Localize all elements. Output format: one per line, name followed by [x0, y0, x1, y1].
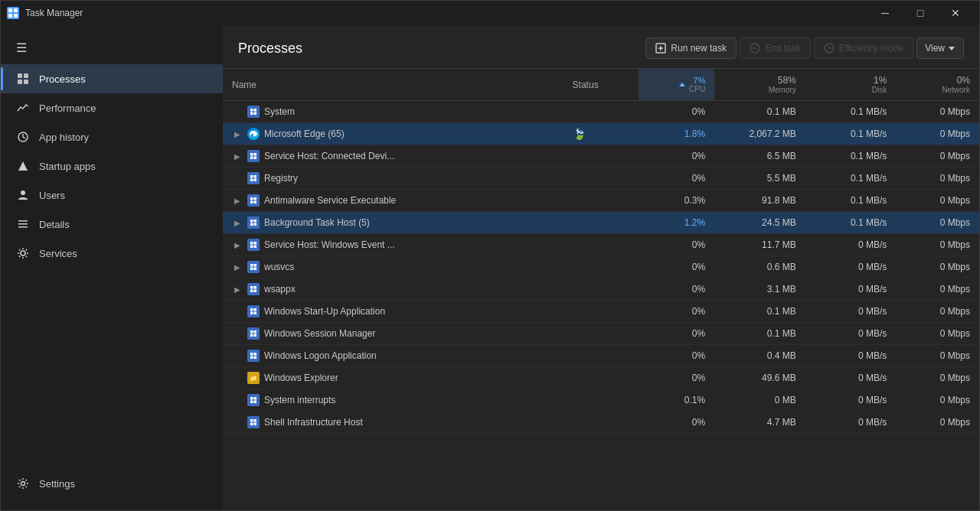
- col-header-name[interactable]: Name: [223, 69, 564, 101]
- table-row[interactable]: System interrupts0.1%0 MB0 MB/s0 Mbps: [223, 389, 979, 412]
- proc-network-cell: 0 Mbps: [896, 323, 979, 345]
- table-row[interactable]: ▶wusvcs0%0.6 MB0 MB/s0 Mbps: [223, 256, 979, 278]
- sidebar-item-users[interactable]: Users: [1, 181, 223, 210]
- explorer-icon: 📁: [247, 372, 260, 384]
- efficiency-mode-button[interactable]: Efficiency mode: [814, 37, 914, 59]
- proc-status-cell: [564, 101, 639, 123]
- proc-network-cell: 0 Mbps: [896, 101, 979, 123]
- sidebar-item-settings[interactable]: Settings: [1, 469, 223, 498]
- end-task-button[interactable]: End task: [740, 37, 811, 59]
- col-header-memory[interactable]: 58% Memory: [714, 69, 805, 101]
- table-row[interactable]: Windows Start-Up Application0%0.1 MB0 MB…: [223, 301, 979, 323]
- svg-rect-67: [250, 397, 253, 400]
- proc-network-cell: 0 Mbps: [896, 389, 979, 412]
- svg-rect-63: [250, 353, 253, 356]
- svg-rect-43: [250, 242, 253, 245]
- sidebar-item-performance[interactable]: Performance: [1, 93, 223, 122]
- window-controls: ─ □ ✕: [867, 1, 973, 25]
- minimize-button[interactable]: ─: [867, 1, 903, 25]
- svg-rect-24: [254, 109, 257, 112]
- expand-icon[interactable]: ▶: [232, 284, 243, 295]
- proc-disk-cell: 0 MB/s: [805, 389, 897, 412]
- maximize-button[interactable]: □: [903, 1, 938, 25]
- svg-rect-70: [254, 401, 257, 404]
- app-history-icon: [16, 130, 30, 144]
- performance-icon: [16, 101, 30, 115]
- svg-rect-6: [18, 80, 22, 84]
- proc-memory-cell: 0.1 MB: [714, 301, 805, 323]
- proc-name-cell-2: ▶Service Host: Connected Devi...: [223, 145, 564, 168]
- table-row[interactable]: ▶Background Task Host (5)1.2%24.5 MB0.1 …: [223, 212, 979, 234]
- col-header-disk[interactable]: 1% Disk: [805, 69, 897, 101]
- run-new-task-button[interactable]: Run new task: [645, 37, 737, 59]
- sidebar-item-services[interactable]: Services: [1, 239, 223, 268]
- table-row[interactable]: ▶Antimalware Service Executable0.3%91.8 …: [223, 190, 979, 212]
- users-icon: [16, 188, 30, 202]
- expand-icon[interactable]: ▶: [232, 129, 243, 139]
- processes-tbody: System0%0.1 MB0.1 MB/s0 Mbps▶Microsoft E…: [223, 101, 979, 434]
- page-title: Processes: [238, 41, 302, 57]
- sidebar-item-app-history[interactable]: App history: [1, 122, 223, 151]
- proc-icon: [247, 172, 260, 184]
- table-row[interactable]: System0%0.1 MB0.1 MB/s0 Mbps: [223, 101, 979, 123]
- svg-rect-12: [18, 223, 28, 225]
- table-row[interactable]: Windows Logon Application0%0.4 MB0 MB/s0…: [223, 345, 979, 367]
- proc-memory-cell: 2,067.2 MB: [714, 123, 805, 145]
- svg-rect-7: [24, 80, 28, 84]
- table-header-row: Name Status: [223, 69, 979, 101]
- table-row[interactable]: ▶wsappx0%3.1 MB0 MB/s0 Mbps: [223, 278, 979, 301]
- processes-table-container[interactable]: Name Status: [223, 69, 979, 510]
- sidebar-item-details[interactable]: Details: [1, 210, 223, 239]
- processes-icon: [16, 72, 30, 86]
- close-button[interactable]: ✕: [938, 1, 973, 25]
- proc-name: Registry: [264, 173, 298, 184]
- sidebar-item-startup-apps[interactable]: Startup apps: [1, 151, 223, 181]
- view-button[interactable]: View: [916, 37, 964, 59]
- sidebar-item-processes[interactable]: Processes: [1, 64, 223, 93]
- proc-network-cell: 0 Mbps: [896, 412, 979, 434]
- expand-icon[interactable]: ▶: [232, 217, 243, 228]
- proc-cpu-cell: 0%: [639, 301, 714, 323]
- proc-disk-cell: 0.1 MB/s: [805, 101, 897, 123]
- sort-arrow-icon: [678, 81, 686, 89]
- task-manager-window: Task Manager ─ □ ✕ ☰: [0, 0, 980, 511]
- proc-icon: [247, 261, 260, 273]
- svg-rect-45: [250, 246, 253, 249]
- table-row[interactable]: Shell Infrastructure Host0%4.7 MB0 MB/s0…: [223, 412, 979, 434]
- table-row[interactable]: 📁Windows Explorer0%49.6 MB0 MB/s0 Mbps: [223, 367, 979, 389]
- proc-disk-cell: 0 MB/s: [805, 278, 897, 301]
- svg-rect-73: [250, 423, 253, 426]
- proc-cpu-cell: 0%: [639, 101, 714, 123]
- settings-icon: [16, 477, 30, 490]
- services-icon: [16, 246, 30, 260]
- expand-icon[interactable]: ▶: [232, 195, 243, 206]
- table-row[interactable]: ▶Microsoft Edge (65)🍃1.8%2,067.2 MB0.1 M…: [223, 123, 979, 145]
- table-row[interactable]: Registry0%5.5 MB0.1 MB/s0 Mbps: [223, 168, 979, 190]
- svg-rect-26: [254, 112, 257, 116]
- proc-memory-cell: 0.4 MB: [714, 345, 805, 367]
- proc-name: Microsoft Edge (65): [264, 129, 345, 139]
- proc-name-cell-9: Windows Start-Up Application: [223, 301, 564, 323]
- proc-status-cell: [564, 168, 639, 190]
- col-header-network[interactable]: 0% Network: [896, 69, 979, 101]
- proc-disk-cell: 0.1 MB/s: [805, 168, 897, 190]
- proc-memory-cell: 0 MB: [714, 389, 805, 412]
- expand-icon[interactable]: ▶: [232, 262, 243, 272]
- svg-point-15: [21, 482, 25, 486]
- proc-network-cell: 0 Mbps: [896, 367, 979, 389]
- table-row[interactable]: ▶Service Host: Connected Devi...0%6.5 MB…: [223, 145, 979, 168]
- table-row[interactable]: Windows Session Manager0%0.1 MB0 MB/s0 M…: [223, 323, 979, 345]
- col-header-cpu[interactable]: 7% CPU: [639, 69, 714, 101]
- svg-rect-65: [250, 356, 253, 360]
- col-header-status[interactable]: Status: [564, 69, 639, 101]
- proc-icon: [247, 194, 260, 207]
- svg-marker-22: [679, 83, 685, 86]
- proc-name-cell-11: Windows Logon Application: [223, 345, 564, 367]
- expand-icon[interactable]: ▶: [232, 239, 243, 250]
- titlebar: Task Manager ─ □ ✕: [1, 1, 979, 25]
- table-row[interactable]: ▶Service Host: Windows Event ...0%11.7 M…: [223, 234, 979, 256]
- expand-icon[interactable]: ▶: [232, 151, 243, 161]
- sidebar-toggle[interactable]: ☰: [1, 31, 223, 64]
- svg-rect-47: [250, 264, 253, 267]
- proc-memory-cell: 0.6 MB: [714, 256, 805, 278]
